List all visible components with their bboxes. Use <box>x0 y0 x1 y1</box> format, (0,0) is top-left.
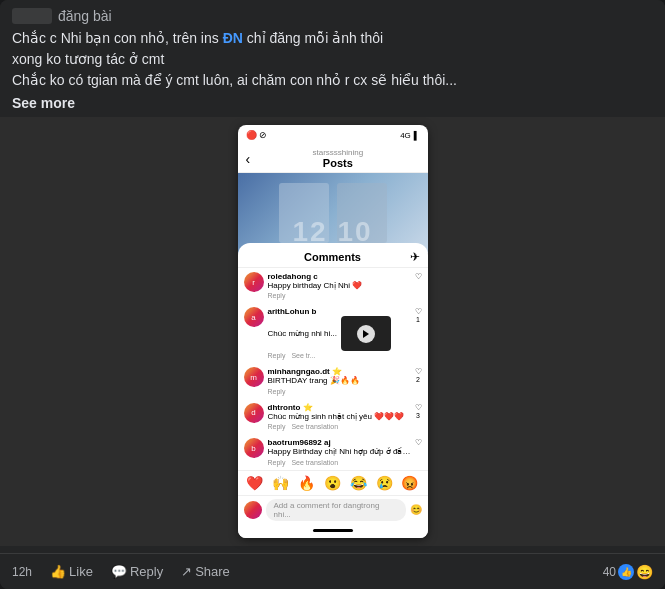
back-button[interactable]: ‹ <box>246 151 251 167</box>
footer-left: 12h 👍 Like 💬 Reply ↗ Share <box>12 558 238 585</box>
comment-content-1: roledahong c Happy birthday Chị Nhi ❤️ R… <box>268 272 411 299</box>
comment-author-2: arithLohun b <box>268 307 411 316</box>
post-line1-end: chỉ đăng mỗi ảnh thôi <box>247 30 383 46</box>
comment-author-1: roledahong c <box>268 272 411 281</box>
emoji-reaction-row: ❤️ 🙌 🔥 😮 😂 😢 😡 <box>238 470 428 495</box>
reply-btn-2[interactable]: Reply <box>268 352 286 359</box>
comments-modal: Comments ✈ r roledahong c Happy birthday… <box>238 243 428 538</box>
comment-avatar-3: m <box>244 367 264 387</box>
comment-item-5: b baotrum96892 aj Happy Birthday chị! Nh… <box>238 434 428 469</box>
poster-avatar <box>12 8 52 24</box>
phone-mockup: 🔴 ⊘ 4G ▌ ‹ starsssshining Posts <box>238 125 428 538</box>
post-time: 12h <box>12 565 32 579</box>
comment-actions-5: Reply See translation <box>268 459 411 466</box>
comment-like-4[interactable]: ♡ 3 <box>415 403 422 419</box>
post-body: Chắc c Nhi bạn con nhỏ, trên ins ĐN chỉ … <box>12 28 653 95</box>
signal-icon: 4G <box>400 131 411 140</box>
reply-btn-4[interactable]: Reply <box>268 423 286 430</box>
play-icon <box>363 330 369 338</box>
post-line1: Chắc c Nhi bạn con nhỏ, trên ins <box>12 30 219 46</box>
see-translation-btn-4[interactable]: See translation <box>291 423 338 430</box>
like-label: Like <box>69 564 93 579</box>
footer-reactions: 40 👍 😄 <box>603 564 653 580</box>
emoji-hands[interactable]: 🙌 <box>272 475 289 491</box>
comments-title: Comments <box>304 251 361 263</box>
emoji-laugh[interactable]: 😂 <box>350 475 367 491</box>
comment-text-2: Chúc mừng nhi hi... <box>268 329 337 339</box>
reaction-count: 40 <box>603 565 616 579</box>
comment-content-2: arithLohun b Chúc mừng nhi hi... Re <box>268 307 411 359</box>
post-line2: xong ko tương tác ở cmt <box>12 51 164 67</box>
see-translation-btn-5[interactable]: See translation <box>291 459 338 466</box>
insta-photo: 12 10 <box>238 173 428 253</box>
comment-text-3: BIRTHDAY trang 🎉🔥🔥 <box>268 376 411 386</box>
comment-author-3: minhangngao.dt ⭐ <box>268 367 411 376</box>
comment-actions-1: Reply <box>268 292 411 299</box>
see-more-button[interactable]: See more <box>12 95 653 111</box>
emoji-wow[interactable]: 😮 <box>324 475 341 491</box>
comment-text-5: Happy Birthday chị! Nhi hợp đứp ở đấy tr… <box>268 447 411 457</box>
comment-avatar-2: a <box>244 307 264 327</box>
comment-content-5: baotrum96892 aj Happy Birthday chị! Nhi … <box>268 438 411 465</box>
phone-home-indicator <box>238 524 428 538</box>
phone-status-bar: 🔴 ⊘ 4G ▌ <box>238 125 428 145</box>
comment-like-1[interactable]: ♡ <box>415 272 422 281</box>
share-icon: ↗ <box>181 564 192 579</box>
post-line3: Chắc ko có tgian mà để ý cmt luôn, ai ch… <box>12 72 457 88</box>
comment-text-4: Chúc mừng sinh nhật chị yêu ❤️❤️❤️ <box>268 412 411 422</box>
comment-text-1: Happy birthday Chị Nhi ❤️ <box>268 281 411 291</box>
insta-header: ‹ starsssshining Posts <box>238 145 428 173</box>
comment-like-3[interactable]: ♡ 2 <box>415 367 422 383</box>
comment-actions-2: Reply See tr... <box>268 352 411 359</box>
reply-btn-3[interactable]: Reply <box>268 388 286 395</box>
emoji-sad[interactable]: 😢 <box>376 475 393 491</box>
reply-btn-5[interactable]: Reply <box>268 459 286 466</box>
like-button[interactable]: 👍 Like <box>42 558 101 585</box>
comment-content-4: dhtronto ⭐ Chúc mừng sinh nhật chị yêu ❤… <box>268 403 411 430</box>
video-thumbnail[interactable] <box>341 316 391 351</box>
post-action-text: đăng bài <box>58 8 112 24</box>
reply-icon: 💬 <box>111 564 127 579</box>
reply-label: Reply <box>130 564 163 579</box>
commenter-avatar <box>244 501 262 519</box>
haha-reaction-icon: 😄 <box>636 564 653 580</box>
emoji-angry[interactable]: 😡 <box>401 475 418 491</box>
screenshot-area: 🔴 ⊘ 4G ▌ ‹ starsssshining Posts <box>0 117 665 546</box>
comment-item-4: d dhtronto ⭐ Chúc mừng sinh nhật chị yêu… <box>238 399 428 434</box>
share-label: Share <box>195 564 230 579</box>
insta-title: Posts <box>256 157 419 169</box>
comment-input-row: Add a comment for dangtrong nhi... 😊 <box>238 495 428 524</box>
comment-like-2[interactable]: ♡ 1 <box>415 307 422 323</box>
phone-time: 🔴 ⊘ <box>246 130 268 140</box>
post-text-area: đăng bài Chắc c Nhi bạn con nhỏ, trên in… <box>0 0 665 117</box>
reply-btn-1[interactable]: Reply <box>268 292 286 299</box>
comment-item-3: m minhangngao.dt ⭐ BIRTHDAY trang 🎉🔥🔥 Re… <box>238 363 428 398</box>
comment-avatar-5: b <box>244 438 264 458</box>
emoji-heart[interactable]: ❤️ <box>246 475 263 491</box>
play-button[interactable] <box>357 325 375 343</box>
comment-actions-3: Reply <box>268 388 411 395</box>
poster-name-row: đăng bài <box>12 8 653 24</box>
post-container: đăng bài Chắc c Nhi bạn con nhỏ, trên in… <box>0 0 665 589</box>
comment-input[interactable]: Add a comment for dangtrong nhi... <box>266 499 406 521</box>
comment-content-3: minhangngao.dt ⭐ BIRTHDAY trang 🎉🔥🔥 Repl… <box>268 367 411 394</box>
like-icon: 👍 <box>50 564 66 579</box>
direct-icon[interactable]: ✈ <box>410 250 420 264</box>
comment-actions-4: Reply See translation <box>268 423 411 430</box>
comments-header: Comments ✈ <box>238 249 428 268</box>
status-icons: 4G ▌ <box>400 131 419 140</box>
home-bar <box>313 529 353 532</box>
post-tag1[interactable]: ĐN <box>223 30 243 46</box>
comment-author-4: dhtronto ⭐ <box>268 403 411 412</box>
footer-actions: 👍 Like 💬 Reply ↗ Share <box>42 558 238 585</box>
emoji-picker-btn[interactable]: 😊 <box>410 504 422 515</box>
post-footer: 12h 👍 Like 💬 Reply ↗ Share 40 👍 😄 <box>0 553 665 589</box>
comment-author-5: baotrum96892 aj <box>268 438 411 447</box>
comment-like-5[interactable]: ♡ <box>415 438 422 447</box>
battery-icon: ▌ <box>414 131 420 140</box>
comment-avatar-1: r <box>244 272 264 292</box>
see-tr-btn-2[interactable]: See tr... <box>291 352 315 359</box>
reply-button[interactable]: 💬 Reply <box>103 558 171 585</box>
emoji-fire[interactable]: 🔥 <box>298 475 315 491</box>
share-button[interactable]: ↗ Share <box>173 558 238 585</box>
